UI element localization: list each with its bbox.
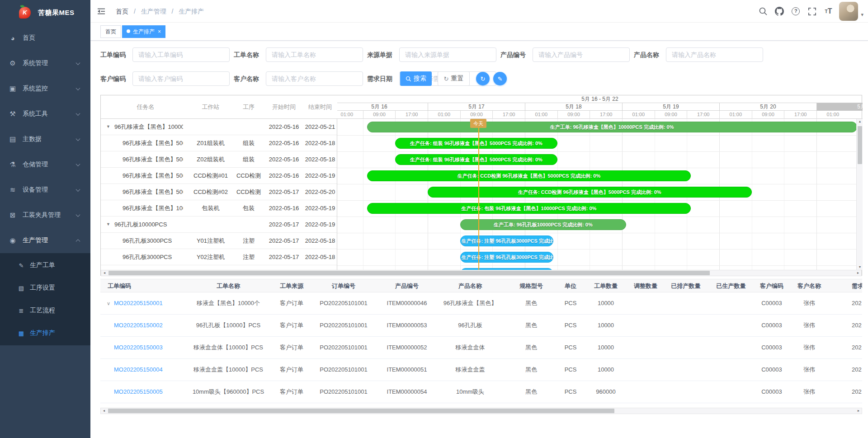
sidebar-menu-item[interactable]: ◕ 首页: [0, 25, 90, 51]
gantt-bar[interactable]: 生产任务: 注塑 96孔孔板3000PCS 完成比例: 0%: [460, 235, 553, 246]
scrollbar-thumb[interactable]: [108, 409, 614, 413]
gantt-task-row[interactable]: ▼ 96孔孔板3000PCS Y03注塑机 注塑 2022-05-17 2022…: [101, 265, 337, 270]
tab-home[interactable]: 首页: [100, 25, 121, 38]
gantt-bar[interactable]: 生产任务: 包装 96孔移液盒【黑色】10000PCS 完成比例: 0%: [367, 203, 691, 214]
gantt-bar[interactable]: 生产任务: 组装 96孔移液盒【黑色】5000PCS 完成比例: 0%: [395, 138, 557, 149]
gantt-task-row[interactable]: ▼ 96孔孔板3000PCS Y01注塑机 注塑 2022-05-17 2022…: [101, 233, 337, 249]
table-row[interactable]: ∨ MO202205150001 移液盒【黑色】10000个 客户订单 PO20…: [100, 292, 862, 315]
filter-input[interactable]: [666, 47, 763, 62]
filter-input[interactable]: [533, 47, 630, 62]
gantt-bar[interactable]: 生产工单: 96孔孔板10000PCS 完成比例: 0%: [460, 219, 626, 230]
scroll-up-arrow[interactable]: ▴: [857, 119, 863, 124]
sidebar-submenu-item[interactable]: ≣ 工艺流程: [0, 299, 90, 322]
gantt-bar-label: 生产任务: 组装 96孔移液盒【黑色】5000PCS 完成比例: 0%: [410, 140, 542, 147]
table-row[interactable]: MO202205150003 移液盒盒体【10000】PCS 客户订单 PO20…: [100, 337, 862, 359]
breadcrumb-home[interactable]: 首页: [116, 8, 128, 15]
search-icon[interactable]: [755, 7, 771, 16]
scrollbar-thumb[interactable]: [858, 126, 862, 164]
work-order-code-link[interactable]: MO202205150002: [114, 315, 163, 336]
edit-circle-button[interactable]: ✎: [493, 72, 507, 85]
gantt-bar[interactable]: 生产任务: 组装 96孔移液盒【黑色】5000PCS 完成比例: 0%: [395, 154, 557, 165]
work-order-code-link[interactable]: MO202205150005: [114, 381, 163, 403]
chevron-icon: [76, 61, 80, 65]
sidebar-menu-item[interactable]: ▤ 主数据: [0, 127, 90, 152]
close-icon[interactable]: ×: [158, 28, 161, 35]
work-order-code-link[interactable]: MO202205150003: [114, 337, 163, 358]
gantt-bar[interactable]: 生产任务: 注塑 96孔孔板3000PCS 完成比例: 0%: [460, 252, 553, 263]
table-column-header: 客户名称: [797, 279, 821, 292]
task-workstation: CCD检测#02: [193, 184, 228, 200]
gantt-column-header: 任务名: [137, 95, 155, 118]
app-title: 苦糖果MES: [38, 9, 75, 17]
gantt-vertical-scrollbar[interactable]: ▴ ▾: [856, 119, 863, 270]
field-label: 产品名称: [634, 47, 666, 62]
work-order-code-link[interactable]: MO202205150001: [114, 292, 163, 314]
gantt-task-row[interactable]: ▼ 96孔移液盒【黑色】5000PCS CCD检测#02 CCD检测 2022-…: [101, 184, 337, 200]
sidebar-menu-item[interactable]: ▣ 系统监控: [0, 76, 90, 101]
sidebar-menu-item[interactable]: ◉ 生产管理: [0, 228, 90, 253]
scroll-right-arrow[interactable]: ▸: [855, 408, 862, 414]
search-button[interactable]: 搜索: [400, 71, 432, 86]
timeline-hour-label: 01:00: [337, 111, 363, 119]
fixture-icon: ⊠: [6, 211, 19, 219]
filter-input[interactable]: [399, 47, 496, 62]
github-icon[interactable]: [771, 7, 788, 16]
filter-input[interactable]: [266, 71, 363, 86]
scroll-left-arrow[interactable]: ◂: [101, 270, 108, 276]
expand-arrow-icon[interactable]: ▼: [106, 217, 110, 232]
sidebar-submenu-item[interactable]: ▦ 生产排产: [0, 322, 90, 344]
gantt-task-row[interactable]: ▼ 96孔移液盒【黑色】5000PCS CCD检测#01 CCD检测 2022-…: [101, 168, 337, 184]
gantt-bar[interactable]: 生产工单: 96孔移液盒【黑色】10000PCS 完成比例: 0%: [367, 122, 856, 132]
app-logo[interactable]: K 苦糖果MES: [0, 0, 90, 25]
task-start-date: 2022-05-17: [269, 249, 299, 265]
sidebar-submenu-item[interactable]: ▧ 工序设置: [0, 277, 90, 299]
reset-button[interactable]: ↻ 重置: [438, 71, 470, 86]
row-expand-icon[interactable]: ∨: [107, 292, 110, 314]
refresh-circle-button[interactable]: ↻: [476, 72, 490, 85]
fullscreen-icon[interactable]: [804, 7, 820, 16]
caret-down-icon[interactable]: ▾: [861, 12, 863, 18]
filter-input[interactable]: [132, 47, 230, 62]
table-row[interactable]: MO202205150002 96孔孔板【10000】PCS 客户订单 PO20…: [100, 315, 862, 337]
gantt-task-row[interactable]: ▼ 96孔移液盒【黑色】10000PCS 包装机 包装 2022-05-16 2…: [101, 200, 337, 217]
filter-input[interactable]: [132, 71, 230, 86]
scroll-down-arrow[interactable]: ▾: [857, 264, 863, 270]
gantt-task-row[interactable]: ▼ 96孔移液盒【黑色】5000PCS Z01组装机 组装 2022-05-16…: [101, 135, 337, 151]
scrollbar-thumb[interactable]: [108, 271, 710, 275]
scroll-right-arrow[interactable]: ▸: [855, 270, 861, 276]
sidebar-menu-item[interactable]: ⚗ 仓储管理: [0, 152, 90, 177]
collapse-menu-icon[interactable]: [97, 7, 106, 18]
table-horizontal-scrollbar[interactable]: ◂ ▸: [100, 408, 862, 414]
gantt-task-grid: ▼ 96孔移液盒【黑色】10000PCS 2022-05-16 2022-05-…: [101, 119, 337, 270]
table-row[interactable]: MO202205150005 10mm吸头【960000】PCS 客户订单 PO…: [100, 381, 862, 403]
font-size-icon[interactable]: TT: [820, 7, 836, 15]
gantt-column-header: 结束时间: [308, 95, 332, 118]
tab-production-schedule[interactable]: 生产排产×: [122, 25, 165, 38]
product-code: ITEM00000054: [387, 381, 427, 403]
timeline-hour-label: 01:00: [428, 111, 460, 119]
work-order-source: 客户订单: [280, 315, 303, 336]
work-order-code-link[interactable]: MO202205150004: [114, 359, 163, 381]
gantt-horizontal-scrollbar[interactable]: ◂ ▸: [101, 270, 862, 276]
sidebar-submenu-item[interactable]: ✎ 生产工单: [0, 254, 90, 277]
gantt-bar[interactable]: 生产任务: CCD检测 96孔移液盒【黑色】5000PCS 完成比例: 0%: [367, 170, 691, 181]
table-row[interactable]: MO202205150004 移液盒盒盖【10000】PCS 客户订单 PO20…: [100, 359, 862, 381]
help-icon[interactable]: ?: [788, 7, 804, 15]
task-start-date: 2022-05-17: [269, 217, 299, 232]
user-avatar[interactable]: [839, 2, 858, 21]
gantt-task-row[interactable]: ▼ 96孔移液盒【黑色】10000PCS 2022-05-16 2022-05-…: [101, 119, 337, 135]
scroll-left-arrow[interactable]: ◂: [101, 408, 107, 414]
gantt-task-row[interactable]: ▼ 96孔移液盒【黑色】5000PCS Z02组装机 组装 2022-05-16…: [101, 151, 337, 168]
gantt-task-row[interactable]: ▼ 96孔孔板10000PCS 2022-05-17 2022-05-19: [101, 217, 337, 233]
sidebar-menu-item[interactable]: ≋ 设备管理: [0, 177, 90, 203]
sidebar-menu-item[interactable]: ⚙ 系统管理: [0, 51, 90, 76]
gantt-task-row[interactable]: ▼ 96孔孔板3000PCS Y02注塑机 注塑 2022-05-17 2022…: [101, 249, 337, 265]
sidebar-menu-item[interactable]: ⊠ 工装夹具管理: [0, 203, 90, 228]
sidebar-menu-item[interactable]: ⚒ 系统工具: [0, 101, 90, 127]
chevron-icon: [76, 212, 80, 217]
expand-arrow-icon[interactable]: ▼: [106, 119, 110, 135]
gantt-bar[interactable]: 生产任务: CCD检测 96孔移液盒【黑色】5000PCS 完成比例: 0%: [428, 187, 752, 198]
timeline-hour-label: 09:00: [557, 111, 590, 119]
monitor-icon: ▣: [6, 85, 19, 93]
filter-input[interactable]: [266, 47, 363, 62]
